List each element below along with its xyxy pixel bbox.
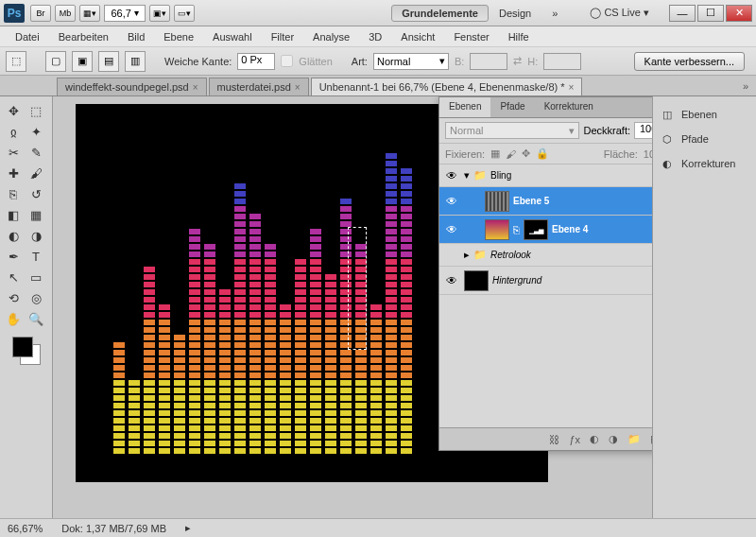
move-tool[interactable]: ✥ xyxy=(2,100,25,121)
cslive-button[interactable]: ◯ CS Live ▾ xyxy=(579,4,660,22)
chevron-down-icon[interactable]: ▾ xyxy=(464,169,470,182)
chevron-right-icon[interactable]: ▸ xyxy=(464,249,470,261)
layer-name[interactable]: Hintergrund xyxy=(492,275,652,286)
visibility-icon[interactable]: 👁 xyxy=(443,195,460,208)
menu-filter[interactable]: Filter xyxy=(262,31,303,43)
close-icon[interactable]: × xyxy=(569,82,575,93)
new-layer-icon[interactable]: ▤ xyxy=(650,433,652,445)
history-brush-tool[interactable]: ↺ xyxy=(25,183,47,204)
hand-tool[interactable]: ✋ xyxy=(2,308,25,329)
status-doc-size[interactable]: Dok: 1,37 MB/7,69 MB xyxy=(61,523,166,534)
layer-hintergrund[interactable]: 👁 Hintergrund 🔒 xyxy=(439,267,652,295)
fx-icon[interactable]: ƒx xyxy=(569,434,580,445)
menu-auswahl[interactable]: Auswahl xyxy=(203,31,262,43)
tab-korrekturen[interactable]: Korrekturen xyxy=(535,97,603,117)
view-extras-button[interactable]: ▦▾ xyxy=(79,5,100,22)
menu-fenster[interactable]: Fenster xyxy=(444,31,498,43)
zoom-tool[interactable]: 🔍 xyxy=(25,308,47,329)
lasso-tool[interactable]: ჲ xyxy=(2,121,25,142)
layer-ebene4[interactable]: 👁 ⎘ ▁▃▅ Ebene 4 xyxy=(439,216,652,244)
blur-tool[interactable]: ◐ xyxy=(2,225,25,246)
camera-tool[interactable]: ◎ xyxy=(25,287,47,308)
stamp-tool[interactable]: ⎘ xyxy=(2,183,25,204)
menu-ansicht[interactable]: Ansicht xyxy=(391,31,444,43)
wand-tool[interactable]: ✦ xyxy=(25,121,47,142)
tab-overflow[interactable]: » xyxy=(735,77,756,95)
opacity-input[interactable]: 100% xyxy=(634,122,652,139)
arrange-button[interactable]: ▣▾ xyxy=(149,5,170,22)
refine-edge-button[interactable]: Kante verbessern... xyxy=(634,52,745,71)
eraser-tool[interactable]: ◧ xyxy=(2,204,25,225)
lock-position-icon[interactable]: ✥ xyxy=(522,147,530,160)
status-zoom[interactable]: 66,67% xyxy=(8,523,43,534)
style-select[interactable]: Normal▾ xyxy=(373,53,449,70)
layer-thumbnail[interactable] xyxy=(464,270,489,291)
layer-mask-thumbnail[interactable]: ▁▃▅ xyxy=(524,219,548,240)
shape-tool[interactable]: ▭ xyxy=(25,267,47,287)
lock-paint-icon[interactable]: 🖌 xyxy=(506,148,516,160)
layer-ebene5[interactable]: 👁 Ebene 5 xyxy=(439,187,652,216)
layers-panel[interactable]: Ebenen Pfade Korrekturen »≡ Normal▾ Deck… xyxy=(438,96,652,451)
screenmode-button[interactable]: ▭▾ xyxy=(174,5,195,22)
tab-ebenen[interactable]: Ebenen xyxy=(439,97,490,117)
doc-tab-3[interactable]: Unbenannt-1 bei 66,7% (Ebene 4, Ebenenma… xyxy=(311,78,583,95)
close-icon[interactable]: × xyxy=(193,82,198,93)
crop-tool[interactable]: ✂ xyxy=(2,142,25,163)
menu-3d[interactable]: 3D xyxy=(359,31,391,43)
group-icon[interactable]: 📁 xyxy=(627,433,641,445)
workspace-design[interactable]: Design xyxy=(489,5,541,22)
antialias-checkbox[interactable] xyxy=(281,55,293,67)
zoom-field[interactable]: 66,7 ▾ xyxy=(104,5,146,22)
doc-tab-1[interactable]: windeffekt-soundpegel.psd× xyxy=(57,78,207,95)
blend-mode-select[interactable]: Normal▾ xyxy=(445,122,579,139)
workspace-grundelemente[interactable]: Grundelemente xyxy=(391,5,489,22)
layer-name[interactable]: Ebene 5 xyxy=(513,196,652,206)
chevron-right-icon[interactable]: ▸ xyxy=(185,522,191,534)
layer-group-retrolook[interactable]: ▸ 📁 Retrolook xyxy=(439,244,652,267)
visibility-icon[interactable]: 👁 xyxy=(443,169,460,182)
bridge-button[interactable]: Br xyxy=(30,5,51,22)
heal-tool[interactable]: ✚ xyxy=(2,163,25,183)
visibility-icon[interactable]: 👁 xyxy=(443,274,460,287)
panel-shortcut-pfade[interactable]: ⬡Pfade xyxy=(657,127,752,151)
marquee-tool[interactable]: ⬚ xyxy=(25,100,47,121)
dodge-tool[interactable]: ◑ xyxy=(25,225,47,246)
tool-preset[interactable]: ⬚ xyxy=(6,51,26,72)
panel-shortcut-ebenen[interactable]: ◫Ebenen xyxy=(657,102,752,127)
doc-tab-2[interactable]: musterdatei.psd× xyxy=(209,78,309,95)
fill-input[interactable]: 100% xyxy=(644,148,652,160)
layer-name[interactable]: Ebene 4 xyxy=(552,224,652,234)
eyedropper-tool[interactable]: ✎ xyxy=(25,142,47,163)
adjustment-icon[interactable]: ◑ xyxy=(609,433,618,445)
link-layers-icon[interactable]: ⛓ xyxy=(549,434,559,445)
close-button[interactable]: ✕ xyxy=(726,5,752,22)
layer-group-bling[interactable]: 👁 ▾ 📁 Bling xyxy=(439,165,652,187)
lock-all-icon[interactable]: 🔒 xyxy=(536,147,549,160)
layer-name[interactable]: Retrolook xyxy=(490,250,652,260)
intersect-selection[interactable]: ▥ xyxy=(125,51,146,72)
lock-transparent-icon[interactable]: ▦ xyxy=(490,147,500,160)
pen-tool[interactable]: ✒ xyxy=(2,246,25,267)
menu-ebene[interactable]: Ebene xyxy=(154,31,203,43)
brush-tool[interactable]: 🖌 xyxy=(25,163,47,183)
layer-thumbnail[interactable] xyxy=(485,191,509,212)
minibridge-button[interactable]: Mb xyxy=(55,5,76,22)
close-icon[interactable]: × xyxy=(295,82,301,93)
new-selection[interactable]: ▢ xyxy=(45,51,66,72)
tab-pfade[interactable]: Pfade xyxy=(490,97,534,117)
subtract-selection[interactable]: ▤ xyxy=(98,51,119,72)
layer-thumbnail[interactable] xyxy=(485,219,509,240)
maximize-button[interactable]: ☐ xyxy=(697,5,724,22)
visibility-icon[interactable]: 👁 xyxy=(443,223,460,236)
type-tool[interactable]: T xyxy=(25,246,47,267)
minimize-button[interactable]: — xyxy=(669,5,696,22)
menu-analyse[interactable]: Analyse xyxy=(303,31,359,43)
feather-input[interactable]: 0 Px xyxy=(237,53,275,70)
3d-tool[interactable]: ⟲ xyxy=(2,287,25,308)
mask-icon[interactable]: ◐ xyxy=(590,433,599,445)
path-tool[interactable]: ↖ xyxy=(2,267,25,287)
workspace-more[interactable]: » xyxy=(541,5,568,22)
add-selection[interactable]: ▣ xyxy=(72,51,93,72)
menu-hilfe[interactable]: Hilfe xyxy=(499,31,539,43)
layer-name[interactable]: Bling xyxy=(490,170,652,181)
